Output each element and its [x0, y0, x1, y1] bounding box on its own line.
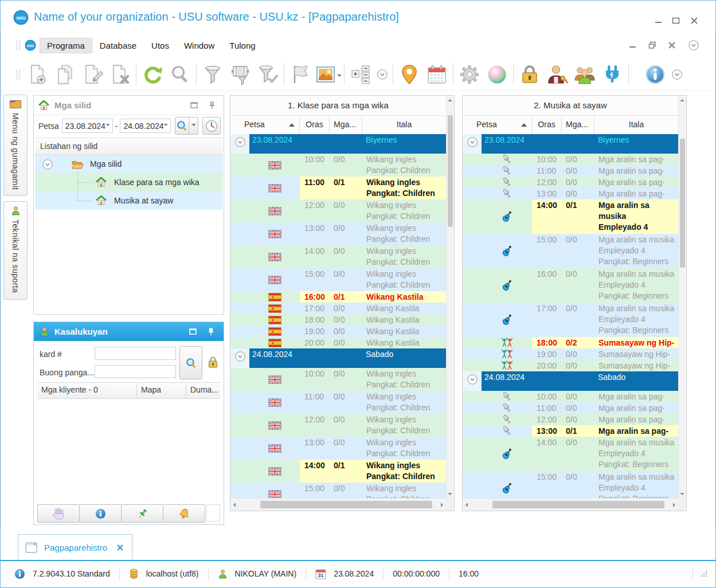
column-header-petsa[interactable]: Petsa — [230, 116, 300, 134]
tree-item-music[interactable]: Musika at sayaw — [35, 191, 222, 210]
vertical-scrollbar[interactable] — [678, 96, 686, 498]
horizontal-scrollbar[interactable] — [230, 498, 446, 511]
date-from-combo[interactable]: 23.08.2024 — [62, 119, 113, 133]
scroll-right-button[interactable] — [438, 500, 446, 509]
schedule-row[interactable]: 14:000/1Mga aralin sa musikaEmpleyado 4P… — [463, 199, 678, 234]
plug-button[interactable] — [598, 61, 626, 88]
collapse-icon[interactable] — [42, 159, 53, 170]
copy-document-button[interactable] — [51, 61, 79, 88]
date-to-combo[interactable]: 24.08.2024 — [120, 119, 171, 133]
refresh-button[interactable] — [139, 61, 166, 88]
scrollbar-thumb[interactable] — [680, 139, 685, 268]
window-filter-button[interactable] — [226, 61, 254, 88]
color-sphere-button[interactable] — [483, 61, 511, 88]
close-button[interactable] — [688, 15, 701, 26]
row-heights-button[interactable] — [347, 61, 374, 88]
scroll-right-button[interactable] — [670, 500, 678, 509]
sidebar-tab-tech-support[interactable]: Teknikal na suporta — [3, 201, 28, 299]
column-header-itala[interactable]: Itala — [594, 116, 678, 134]
schedule-row[interactable]: 15:000/0Mga aralin sa musikaEmpleyado 4P… — [463, 234, 678, 268]
toolbar-drag-handle[interactable] — [17, 40, 20, 50]
bell-button[interactable] — [163, 504, 205, 523]
calendar-button[interactable] — [423, 61, 451, 88]
resize-grip[interactable] — [683, 568, 707, 579]
group-collapse-icon[interactable] — [467, 136, 478, 148]
scroll-up-button[interactable] — [446, 96, 454, 104]
scrollbar-thumb[interactable] — [492, 501, 664, 508]
pin-button[interactable] — [121, 504, 163, 523]
rooms-search-button[interactable] — [175, 117, 198, 135]
group-collapse-icon[interactable] — [467, 374, 478, 385]
schedule-row[interactable]: 11:000/0Mga aralin sa pag-awit — [463, 165, 678, 177]
quick-input-box[interactable] — [206, 504, 220, 522]
horizontal-scrollbar[interactable] — [463, 498, 678, 511]
info-button[interactable] — [79, 504, 121, 523]
schedule-row[interactable]: 18:000/0Wikang Kastila — [230, 314, 446, 326]
tree-root-row[interactable]: Mga silid — [35, 155, 222, 173]
column-header-mga[interactable]: Mga... — [562, 116, 594, 134]
schedule-row[interactable]: 17:000/0Wikang Kastila — [230, 303, 446, 314]
panel-pin-button[interactable] — [205, 100, 219, 111]
maximize-button[interactable] — [670, 15, 682, 26]
schedule-row[interactable]: 12:000/0Wikang inglesPangkat: Children — [230, 414, 446, 437]
schedule-row[interactable]: 14:000/1Wikang inglesPangkat: Children — [230, 460, 446, 483]
menu-tulong[interactable]: Tulong — [222, 38, 263, 53]
scroll-down-button[interactable] — [446, 489, 454, 498]
mdi-minimize-button[interactable] — [627, 40, 639, 50]
panel-maximize-button[interactable] — [186, 326, 199, 338]
schedule-row[interactable]: 12:000/0Mga aralin sa pag-awit — [463, 177, 678, 188]
new-document-button[interactable] — [24, 61, 51, 88]
schedule-row[interactable]: 20:000/0Wikang Kastila — [230, 337, 446, 348]
schedule-row[interactable]: 17:000/0Mga aralin sa musikaEmpleyado 4P… — [463, 303, 678, 337]
schedule-row[interactable]: 14:000/0Wikang inglesPangkat: Children — [230, 245, 446, 268]
column-header-petsa[interactable]: Petsa — [463, 116, 532, 134]
info-icon[interactable] — [14, 569, 25, 579]
arrivals-column-header[interactable]: Duma... — [186, 383, 220, 398]
menu-database[interactable]: Database — [92, 38, 144, 53]
flag-button[interactable] — [287, 61, 314, 88]
toolbar-overflow-button[interactable] — [669, 61, 685, 88]
mdi-close-button[interactable] — [666, 40, 678, 50]
schedule-row[interactable]: 10:000/0Wikang inglesPangkat: Children — [230, 368, 446, 391]
menu-window[interactable]: Window — [177, 38, 222, 53]
schedule-row[interactable]: 15:000/0Mga aralin sa musikaEmpleyado 4P… — [463, 471, 678, 498]
schedule-row[interactable]: 14:000/0Mga aralin sa musikaEmpleyado 4P… — [463, 437, 678, 471]
map-column-header[interactable]: Mapa — [137, 383, 186, 398]
group-row[interactable]: 24.08.2024Sabado — [230, 348, 446, 368]
settings-gear-button[interactable] — [456, 61, 483, 88]
schedule-row[interactable]: 18:000/2Sumasayaw ng Hip-hop — [463, 337, 678, 348]
image-preview-button[interactable] — [314, 61, 342, 88]
filter-button[interactable] — [199, 61, 226, 88]
full-name-input[interactable] — [95, 365, 176, 378]
schedule-row[interactable]: 15:000/0Wikang inglesPangkat: Children — [230, 483, 446, 498]
schedule-row[interactable]: 11:000/0Wikang inglesPangkat: Children — [230, 391, 446, 414]
schedule-row[interactable]: 12:000/0Mga aralin sa pag-awit — [463, 414, 678, 425]
calendar-icon[interactable]: 31 — [315, 569, 326, 579]
schedule-row[interactable]: 16:000/0Mga aralin sa musikaEmpleyado 4P… — [463, 268, 678, 303]
scroll-down-button[interactable] — [678, 489, 686, 498]
group-collapse-icon[interactable] — [234, 136, 246, 148]
schedule-row[interactable]: 11:000/0Mga aralin sa pag-awit — [463, 402, 678, 414]
vertical-scrollbar[interactable] — [446, 96, 454, 498]
edit-document-button[interactable] — [79, 61, 106, 88]
toolbar-overflow-button[interactable] — [374, 61, 390, 88]
time-settings-button[interactable] — [202, 117, 221, 135]
card-number-input[interactable] — [95, 347, 176, 360]
tree-item-languages[interactable]: Klase para sa mga wika — [35, 173, 222, 191]
menu-overflow-button[interactable] — [688, 40, 699, 50]
schedule-row[interactable]: 16:000/1Wikang Kastila — [230, 291, 446, 303]
scroll-left-button[interactable] — [230, 500, 238, 509]
tab-pagpaparehistro[interactable]: Pagpaparehistro — [18, 534, 132, 560]
lock-button[interactable] — [516, 61, 543, 88]
delete-document-button[interactable] — [106, 61, 134, 88]
schedule-row[interactable]: 19:000/0Wikang Kastila — [230, 326, 446, 337]
search-button[interactable] — [166, 61, 194, 88]
menu-utos[interactable]: Utos — [144, 38, 177, 53]
schedule-row[interactable]: 15:000/0Wikang inglesPangkat: Children — [230, 268, 446, 291]
search-dropdown[interactable] — [189, 117, 198, 134]
schedule-row[interactable]: 13:000/0Mga aralin sa pag-awit — [463, 188, 678, 199]
schedule-row[interactable]: 13:000/1Mga aralin sa pag-awit — [463, 425, 678, 437]
info-button[interactable] — [641, 61, 669, 88]
schedule-row[interactable]: 12:000/0Wikang inglesPangkat: Children — [230, 199, 446, 222]
menu-programa[interactable]: Programa — [40, 38, 92, 53]
